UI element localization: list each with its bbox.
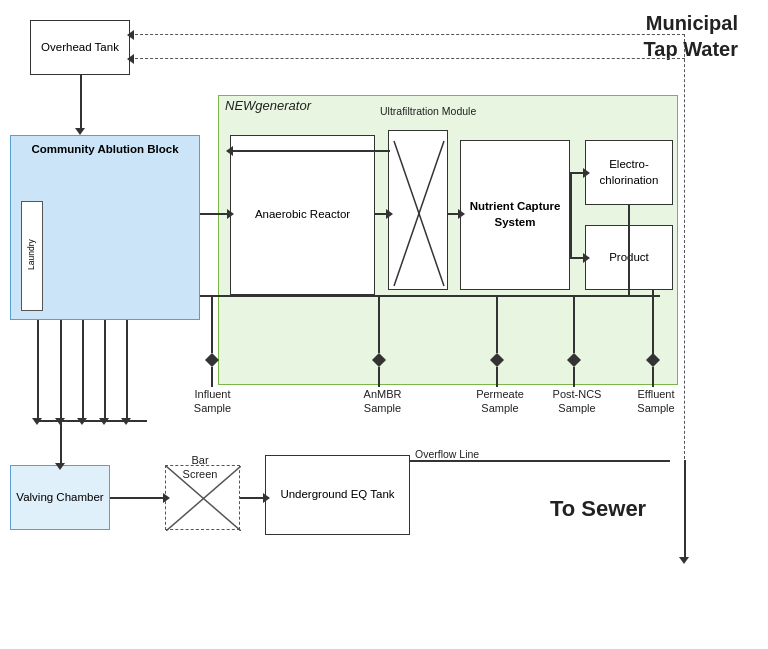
- svg-marker-5: [567, 353, 581, 367]
- influent-valve: [205, 353, 219, 367]
- drain-collector-h: [37, 420, 147, 422]
- dashed-line-top: [130, 34, 685, 35]
- line-to-postncs-valve: [573, 295, 575, 353]
- community-ablution-label: Community Ablution Block: [11, 142, 199, 158]
- underground-eq-box: Underground EQ Tank: [265, 455, 410, 535]
- bar-screen-label: BarScreen: [155, 453, 245, 482]
- dashed-line-mid: [130, 58, 685, 59]
- arrow-to-overhead-mid: [127, 54, 134, 64]
- line-to-anmbr-valve: [378, 295, 380, 353]
- line-ablution-drain-3: [82, 320, 84, 420]
- sub-laundry: Laundry: [21, 201, 43, 311]
- line-overhead-to-ablution: [80, 75, 82, 130]
- anaerobic-reactor-box: Anaerobic Reactor: [230, 135, 375, 295]
- svg-marker-4: [490, 353, 504, 367]
- arrow-uf-ncs: [458, 209, 465, 219]
- line-to-permeate-valve: [496, 295, 498, 353]
- overflow-line-h: [410, 460, 670, 462]
- valving-chamber-box: Valving Chamber: [10, 465, 110, 530]
- arrow-barscreen-eq: [263, 493, 270, 503]
- arrow-overhead-down: [75, 128, 85, 135]
- permeate-valve: [490, 353, 504, 367]
- line-collector-to-valving: [60, 420, 62, 465]
- post-ncs-sample-label: Post-NCS Sample: [547, 387, 607, 416]
- line-ablution-to-anaerobic: [200, 213, 230, 215]
- line-product-down: [652, 290, 654, 355]
- anmbr-valve: [372, 353, 386, 367]
- main-flow-line: [200, 295, 660, 297]
- arrow-to-overhead-top: [127, 30, 134, 40]
- arrow-collector-valving: [55, 463, 65, 470]
- line-to-influent-valve: [211, 295, 213, 353]
- line-ncs-right-v: [570, 172, 572, 257]
- svg-marker-6: [646, 353, 660, 367]
- line-electro-down: [628, 205, 630, 295]
- to-sewer-v: [684, 460, 686, 560]
- newgenerator-label: NEWgenerator: [225, 98, 311, 115]
- post-ncs-valve: [567, 353, 581, 367]
- line-ablution-drain-2: [60, 320, 62, 420]
- arrow-to-sewer: [679, 557, 689, 564]
- overhead-tank-box: Overhead Tank: [30, 20, 130, 75]
- arrow-ncs-product: [583, 253, 590, 263]
- line-valving-to-barscreen: [110, 497, 166, 499]
- svg-marker-2: [205, 353, 219, 367]
- municipal-tap-water-label: MunicipalTap Water: [644, 10, 738, 62]
- ultrafiltration-module-box: [388, 130, 448, 290]
- line-recirculation-top: [230, 150, 390, 152]
- line-ablution-drain-1: [37, 320, 39, 420]
- arrow-recirculation: [226, 146, 233, 156]
- line-postncs-down: [573, 367, 575, 387]
- arrow-ablution-anaerobic: [227, 209, 234, 219]
- ultrafiltration-label: Ultrafiltration Module: [380, 105, 476, 119]
- to-sewer-label: To Sewer: [550, 495, 646, 524]
- arrow-anaerobic-uf: [386, 209, 393, 219]
- line-anmbr-down: [378, 367, 380, 387]
- influent-sample-label: Influent Sample: [185, 387, 240, 416]
- arrow-ncs-electro: [583, 168, 590, 178]
- nutrient-capture-box: Nutrient Capture System: [460, 140, 570, 290]
- line-permeate-down: [496, 367, 498, 387]
- community-ablution-box: Community Ablution Block Toilets Urinals…: [10, 135, 200, 320]
- effluent-valve: [646, 353, 660, 367]
- electro-chlorination-box: Electro-chlorination: [585, 140, 673, 205]
- effluent-sample-label: Effluent Sample: [626, 387, 686, 416]
- diagram-container: MunicipalTap Water Overhead Tank Communi…: [0, 0, 768, 649]
- line-influent-down: [211, 367, 213, 387]
- svg-marker-3: [372, 353, 386, 367]
- line-ablution-drain-5: [126, 320, 128, 420]
- arrow-valving-barscreen: [163, 493, 170, 503]
- anmbr-sample-label: AnMBR Sample: [355, 387, 410, 416]
- permeate-sample-label: Permeate Sample: [470, 387, 530, 416]
- line-effluent-down: [652, 367, 654, 387]
- line-ablution-drain-4: [104, 320, 106, 420]
